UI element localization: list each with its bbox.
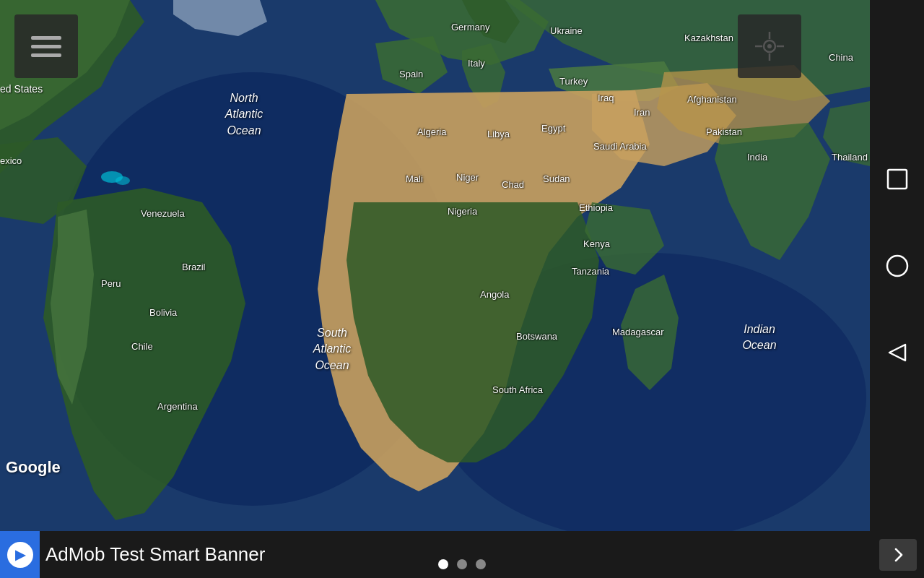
ad-dot-3[interactable]	[476, 559, 486, 569]
circle-icon	[884, 253, 910, 279]
google-watermark: Google	[6, 458, 61, 477]
square-icon	[885, 167, 910, 191]
ad-next-button[interactable]	[879, 539, 917, 571]
svg-point-10	[767, 44, 772, 48]
gps-icon	[754, 30, 785, 62]
triangle-icon	[885, 340, 910, 365]
label-mexico-partial: exico	[0, 155, 22, 166]
svg-point-12	[887, 256, 907, 276]
menu-line-1	[31, 36, 61, 40]
nav-bar	[870, 0, 924, 531]
ad-dots	[438, 559, 486, 569]
map-svg	[0, 0, 870, 531]
back-button[interactable]	[883, 338, 912, 367]
ad-next-icon	[889, 546, 907, 564]
menu-button[interactable]	[14, 14, 78, 78]
svg-point-4	[116, 176, 130, 185]
menu-line-2	[31, 45, 61, 48]
ad-dot-2[interactable]	[457, 559, 467, 569]
svg-rect-11	[888, 170, 907, 189]
admob-icon: ▶	[0, 531, 40, 578]
menu-line-3	[31, 53, 61, 57]
ad-banner: ▶ AdMob Test Smart Banner	[0, 531, 924, 578]
ad-dot-1[interactable]	[438, 559, 448, 569]
label-us-partial: ed States	[0, 83, 43, 95]
gps-button[interactable]	[738, 14, 801, 78]
map-container[interactable]: Germany Ukraine Kazakhstan Spain Italy T…	[0, 0, 870, 531]
admob-icon-inner: ▶	[7, 542, 33, 568]
home-button[interactable]	[883, 251, 912, 280]
svg-marker-13	[889, 345, 905, 361]
recent-apps-button[interactable]	[883, 165, 912, 194]
